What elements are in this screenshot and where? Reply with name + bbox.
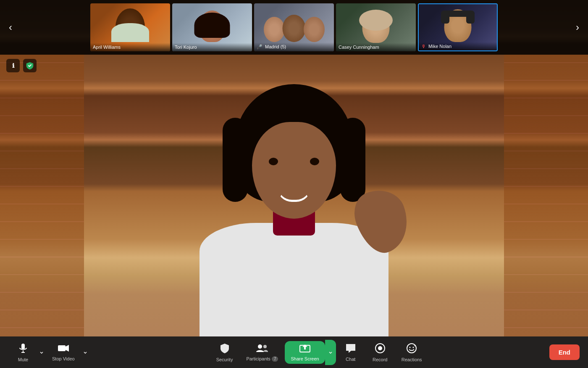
thumb-name-3: 🎤 Madrid (5) [254, 42, 334, 51]
share-screen-button[interactable]: Share Screen [285, 341, 325, 364]
end-meeting-button[interactable]: End [549, 344, 580, 360]
headset-left [441, 12, 449, 24]
chat-icon [345, 343, 356, 355]
security-icon [220, 343, 230, 355]
thumbnail-mike-nolan[interactable]: 🎙 Mike Nolan [418, 3, 498, 51]
chat-button[interactable]: Chat [336, 340, 365, 365]
hair-2 [194, 13, 230, 38]
security-shield-badge[interactable] [23, 59, 37, 72]
info-badges-container: ℹ [6, 59, 37, 72]
reactions-button[interactable]: + Reactions [395, 339, 429, 365]
speaker-smile [277, 187, 311, 202]
participant-count-badge: 7 [272, 356, 278, 362]
muted-icon-5: 🎙 [421, 44, 426, 49]
speaker-eye-right [310, 158, 319, 165]
share-screen-icon [299, 344, 310, 355]
record-icon [375, 343, 386, 355]
info-button[interactable]: ℹ [6, 59, 20, 72]
record-button[interactable]: Record [365, 339, 395, 365]
participants-button[interactable]: Participants7 [239, 340, 285, 365]
stop-video-button[interactable]: Stop Video [45, 340, 81, 365]
toolbar-center: Security Participants7 [89, 339, 549, 365]
thumb-name-5: 🎙 Mike Nolan [419, 42, 497, 50]
svg-point-12 [410, 347, 411, 348]
speaker-eye-left [269, 158, 278, 165]
main-video-area: ‹ April Williams Tori Kojuro [0, 0, 588, 368]
svg-point-10 [378, 346, 382, 350]
clothes-1 [111, 23, 149, 42]
svg-point-5 [258, 344, 262, 349]
svg-rect-0 [21, 344, 25, 349]
info-icon: ℹ [12, 62, 14, 69]
video-arrow-button[interactable] [81, 340, 89, 365]
security-button[interactable]: Security [210, 339, 240, 365]
main-speaker-video [136, 42, 452, 336]
mute-arrow-button[interactable] [38, 340, 45, 365]
brick-right [504, 55, 588, 336]
group-silhouette-2 [283, 15, 306, 42]
microphone-icon [18, 343, 29, 355]
participants-label: Participants7 [246, 356, 278, 361]
chat-label: Chat [346, 357, 355, 362]
thumb-name-4: Casey Cunningham [336, 43, 416, 51]
thumbnail-april-williams[interactable]: April Williams [90, 3, 170, 51]
video-group: Stop Video [45, 340, 89, 365]
mute-label: Mute [18, 357, 28, 362]
video-background [0, 0, 588, 368]
svg-point-6 [263, 345, 267, 348]
hair-4 [359, 10, 393, 31]
headset-right [466, 12, 475, 24]
prev-participants-button[interactable]: ‹ [0, 0, 21, 55]
group-silhouette-3 [304, 17, 325, 42]
next-participants-button[interactable]: › [567, 0, 588, 55]
record-label: Record [373, 357, 387, 362]
group-silhouette-1 [264, 17, 285, 42]
thumb-name-2: Tori Kojuro [172, 43, 252, 51]
toolbar-right: End [549, 344, 580, 360]
speaker-face [252, 122, 336, 219]
share-screen-arrow-button[interactable] [325, 340, 336, 365]
security-label: Security [216, 357, 233, 362]
share-screen-group: Share Screen [285, 340, 336, 365]
svg-rect-3 [58, 345, 66, 351]
toolbar-left: Mute Stop Video [8, 339, 89, 365]
thumb-name-1: April Williams [90, 43, 170, 51]
svg-marker-4 [66, 345, 69, 352]
mute-button[interactable]: Mute [8, 339, 38, 365]
thumbnail-madrid[interactable]: 🎤 Madrid (5) [254, 3, 334, 51]
speaker-avatar [168, 63, 420, 336]
brick-left [0, 55, 84, 336]
participants-icon [256, 344, 268, 355]
stop-video-label: Stop Video [52, 356, 75, 361]
speaker-body [200, 223, 388, 336]
thumbnail-casey[interactable]: Casey Cunningham [336, 3, 416, 51]
muted-icon-3: 🎤 [257, 44, 262, 49]
thumbnail-tori-kojuro[interactable]: Tori Kojuro [172, 3, 252, 51]
svg-text:+: + [414, 344, 416, 348]
share-screen-label: Share Screen [291, 356, 319, 361]
mute-group: Mute [8, 339, 45, 365]
green-shield-icon [26, 61, 34, 70]
reactions-label: Reactions [402, 357, 422, 362]
reactions-icon: + [406, 343, 417, 355]
video-camera-icon [58, 344, 69, 355]
participant-strip: ‹ April Williams Tori Kojuro [0, 0, 588, 55]
toolbar: Mute Stop Video [0, 336, 588, 368]
thumbnail-list: April Williams Tori Kojuro [21, 0, 567, 55]
